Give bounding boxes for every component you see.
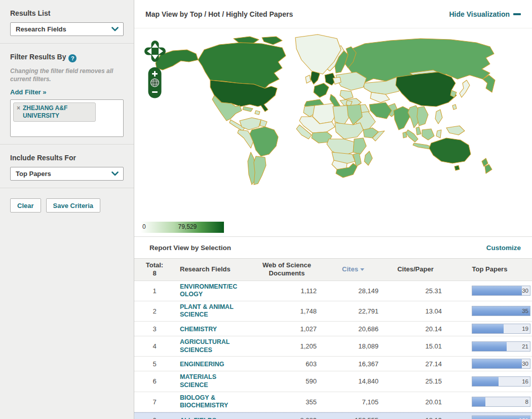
row-rank: 5 — [134, 360, 175, 368]
map-region-africa[interactable] — [296, 103, 385, 178]
top-papers-value: 21 — [522, 343, 528, 350]
row-rank: 0 — [134, 416, 175, 419]
row-cites-per-paper: 13.04 — [384, 307, 447, 315]
row-wos-documents: 1,027 — [251, 325, 323, 333]
row-cites: 20,686 — [323, 325, 384, 333]
chevron-down-icon — [111, 27, 119, 31]
map-color-legend: 0 79,529 — [141, 222, 224, 233]
help-icon[interactable]: ? — [68, 54, 77, 62]
research-field-link[interactable]: BIOLOGY & BIOCHEMISTRY — [180, 394, 242, 410]
top-papers-bar: 19 — [472, 324, 530, 334]
row-cites: 16,367 — [323, 360, 384, 368]
table-row[interactable]: 4 AGRICULTURAL SCIENCES 1,205 18,089 15.… — [134, 336, 532, 357]
research-field-link[interactable]: AGRICULTURAL SCIENCES — [180, 338, 242, 354]
table-row[interactable]: 0 ALL FIELDS 8,389 152,555 18.19 181 — [134, 412, 532, 419]
column-header-research-fields[interactable]: Research Fields — [175, 263, 251, 276]
results-list-select[interactable]: Research Fields — [10, 22, 124, 36]
research-field-link[interactable]: CHEMISTRY — [180, 326, 217, 334]
row-rank: 1 — [134, 287, 175, 295]
table-row[interactable]: 6 MATERIALS SCIENCE 590 14,840 25.15 16 — [134, 371, 532, 392]
map-header: Map View by Top / Hot / Highly Cited Pap… — [134, 0, 532, 28]
table-row[interactable]: 3 CHEMISTRY 1,027 20,686 20.14 19 — [134, 322, 532, 336]
row-wos-documents: 590 — [251, 377, 323, 385]
top-papers-bar: 16 — [472, 376, 530, 387]
sidebar: Results List Research Fields Filter Resu… — [0, 0, 134, 419]
map-region-oceania[interactable] — [429, 138, 492, 173]
row-rank: 3 — [134, 325, 175, 333]
top-papers-value: 30 — [522, 288, 528, 294]
main-content: Map View by Top / Hot / Highly Cited Pap… — [134, 0, 532, 419]
top-papers-bar-fill — [472, 324, 504, 333]
map-visualization[interactable]: 0 79,529 — [134, 28, 532, 236]
row-cites-per-paper: 20.01 — [384, 398, 447, 406]
top-papers-value: 30 — [522, 361, 528, 367]
results-list-title: Results List — [10, 0, 124, 17]
top-papers-bar: 35 — [472, 306, 530, 316]
add-filter-link[interactable]: Add Filter » — [10, 88, 47, 96]
row-wos-documents: 8,389 — [251, 416, 323, 419]
row-rank: 4 — [134, 342, 175, 350]
esi-app: Results List Research Fields Filter Resu… — [0, 0, 532, 419]
column-header-cites-sorted[interactable]: Cites — [323, 263, 384, 276]
row-cites-per-paper: 27.14 — [384, 360, 447, 368]
row-cites: 28,149 — [323, 287, 384, 295]
remove-filter-icon[interactable]: × — [17, 104, 20, 112]
customize-link[interactable]: Customize — [486, 244, 521, 252]
top-papers-bar: 30 — [472, 359, 530, 369]
map-view-title: Map View by Top / Hot / Highly Cited Pap… — [145, 10, 293, 18]
row-cites: 14,840 — [323, 377, 384, 385]
research-field-link[interactable]: ENGINEERING — [180, 361, 224, 369]
row-rank: 2 — [134, 307, 175, 315]
map-pan-control[interactable] — [143, 40, 167, 63]
top-papers-bar-fill — [472, 306, 530, 316]
row-wos-documents: 1,112 — [251, 287, 323, 295]
top-papers-value: 35 — [522, 308, 528, 314]
row-wos-documents: 1,205 — [251, 342, 323, 350]
report-view-title: Report View by Selection — [149, 244, 231, 252]
top-papers-bar-fill — [472, 342, 507, 351]
total-count: Total: 8 — [134, 259, 175, 281]
top-papers-bar-fill — [472, 377, 499, 386]
minus-icon — [513, 13, 521, 15]
row-cites-per-paper: 15.01 — [384, 342, 447, 350]
row-cites: 22,791 — [323, 307, 384, 315]
column-header-wos-documents[interactable]: Web of Science Documents — [251, 259, 323, 281]
filter-tag[interactable]: × ZHEJIANG A&F UNIVERSITY — [13, 102, 96, 122]
table-row[interactable]: 5 ENGINEERING 603 16,367 27.14 30 — [134, 357, 532, 371]
report-table-body: 1 ENVIRONMENT/ECOLOGY 1,112 28,149 25.31… — [134, 281, 532, 419]
include-results-selected-value: Top Papers — [16, 170, 51, 178]
research-field-link[interactable]: ALL FIELDS — [180, 417, 216, 419]
save-criteria-button[interactable]: Save Criteria — [46, 198, 101, 213]
filter-hint-text: Changing the filter field removes all cu… — [10, 67, 118, 83]
map-region-south-america[interactable] — [238, 118, 278, 185]
clear-button[interactable]: Clear — [10, 198, 41, 213]
row-cites-per-paper: 18.19 — [384, 416, 447, 419]
table-row[interactable]: 1 ENVIRONMENT/ECOLOGY 1,112 28,149 25.31… — [134, 281, 532, 301]
top-papers-bar: 21 — [472, 341, 530, 352]
row-cites: 152,555 — [323, 416, 384, 419]
row-rank: 7 — [134, 398, 175, 406]
research-field-link[interactable]: ENVIRONMENT/ECOLOGY — [180, 283, 242, 299]
hide-visualization-link[interactable]: Hide Visualization — [449, 10, 521, 18]
filter-tag-label: ZHEJIANG A&F UNIVERSITY — [23, 104, 91, 119]
top-papers-bar-fill — [472, 359, 522, 368]
map-zoom-control[interactable] — [148, 67, 162, 98]
include-results-select[interactable]: Top Papers — [10, 167, 124, 181]
top-papers-bar: 30 — [472, 286, 530, 296]
research-field-link[interactable]: PLANT & ANIMAL SCIENCE — [180, 303, 242, 319]
research-field-link[interactable]: MATERIALS SCIENCE — [180, 373, 242, 389]
row-rank: 6 — [134, 377, 175, 385]
table-row[interactable]: 7 BIOLOGY & BIOCHEMISTRY 355 7,105 20.01… — [134, 392, 532, 412]
column-header-top-papers[interactable]: Top Papers — [447, 263, 532, 276]
top-papers-bar: 8 — [472, 397, 530, 407]
world-choropleth-map[interactable] — [134, 30, 519, 219]
map-controls — [143, 40, 167, 98]
row-cites-per-paper: 20.14 — [384, 325, 447, 333]
chevron-down-icon — [111, 171, 119, 176]
top-papers-value: 8 — [525, 399, 528, 405]
column-header-cites-per-paper[interactable]: Cites/Paper — [384, 263, 447, 276]
row-wos-documents: 1,748 — [251, 307, 323, 315]
legend-max-value: 79,529 — [178, 223, 197, 230]
table-row[interactable]: 2 PLANT & ANIMAL SCIENCE 1,748 22,791 13… — [134, 301, 532, 322]
top-papers-bar-fill — [472, 286, 522, 295]
